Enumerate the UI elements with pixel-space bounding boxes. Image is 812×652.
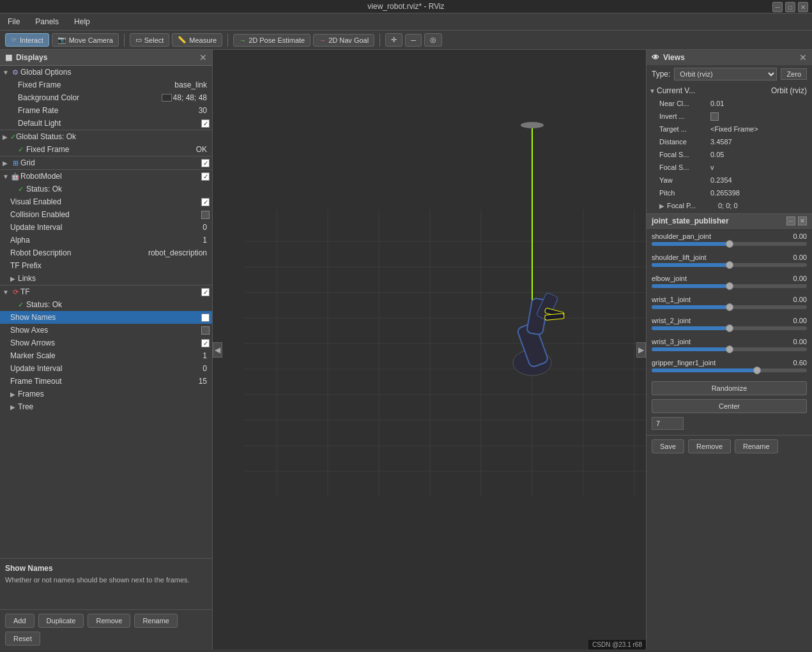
jsp-remove-button[interactable]: Remove	[688, 439, 731, 453]
tf-group[interactable]: ▼ ⟳ TF ✓	[0, 285, 212, 298]
shoulder-lift-joint-thumb[interactable]	[726, 261, 733, 269]
background-color-swatch[interactable]	[162, 94, 172, 102]
robot-desc-row[interactable]: Robot Description robot_description	[0, 246, 212, 259]
jsp-minimize-button[interactable]: ─	[786, 216, 795, 225]
wrist-2-joint-slider[interactable]	[652, 326, 807, 330]
default-light-checkbox[interactable]: ✓	[201, 119, 210, 128]
minus-button[interactable]: ─	[405, 34, 422, 47]
target-row[interactable]: Target ... <Fixed Frame>	[647, 123, 812, 135]
move-camera-button[interactable]: 📷 Move Camera	[52, 33, 119, 47]
focal-s1-label: Focal S...	[659, 151, 710, 158]
plus-button[interactable]: ✛	[385, 33, 402, 47]
reset-button[interactable]: Reset	[5, 632, 40, 646]
current-view-row[interactable]: ▼ Current V... Orbit (rviz)	[647, 84, 812, 97]
jsp-input[interactable]	[652, 417, 684, 430]
jsp-save-button[interactable]: Save	[652, 439, 684, 453]
visual-enabled-row[interactable]: Visual Enabled ✓	[0, 195, 212, 208]
elbow-joint-slider[interactable]	[652, 284, 807, 288]
views-close-button[interactable]: ✕	[799, 52, 807, 63]
viewport[interactable]: ◀ ▶ CSDN @23.1 r68	[213, 50, 646, 649]
invert-checkbox[interactable]	[710, 112, 719, 121]
pitch-row[interactable]: Pitch 0.265398	[647, 186, 812, 199]
rename-button[interactable]: Rename	[134, 614, 178, 628]
collision-enabled-row[interactable]: Collision Enabled	[0, 208, 212, 221]
maximize-button[interactable]: □	[785, 2, 795, 12]
shoulder-pan-joint-slider[interactable]	[652, 242, 807, 246]
alpha-row[interactable]: Alpha 1	[0, 234, 212, 246]
robotmodel-status-row[interactable]: ✓ Status: Ok	[0, 183, 212, 195]
select-button[interactable]: ▭ Select	[130, 33, 170, 47]
duplicate-button[interactable]: Duplicate	[38, 614, 84, 628]
jsp-rename-button[interactable]: Rename	[735, 439, 778, 453]
show-arrows-checkbox[interactable]: ✓	[201, 339, 210, 347]
rm-update-interval-row[interactable]: Update Interval 0	[0, 221, 212, 234]
show-names-checkbox[interactable]	[201, 314, 210, 322]
wrist-3-joint-thumb[interactable]	[726, 345, 733, 353]
tf-prefix-row[interactable]: TF Prefix	[0, 259, 212, 272]
shoulder-pan-joint-thumb[interactable]	[726, 240, 733, 248]
randomize-button[interactable]: Randomize	[652, 381, 807, 395]
tf-status-row[interactable]: ✓ Status: Ok	[0, 298, 212, 311]
remove-button[interactable]: Remove	[88, 614, 130, 628]
jsp-title: joint_state_publisher	[652, 216, 729, 225]
displays-close-button[interactable]: ✕	[199, 52, 207, 63]
focal-p-row[interactable]: ▶ Focal P... 0; 0; 0	[647, 199, 812, 212]
links-row[interactable]: ▶ Links	[0, 272, 212, 285]
pose-estimate-button[interactable]: → 2D Pose Estimate	[233, 34, 310, 47]
distance-row[interactable]: Distance 3.4587	[647, 135, 812, 148]
tf-checkbox[interactable]: ✓	[201, 288, 210, 296]
marker-scale-row[interactable]: Marker Scale 1	[0, 349, 212, 362]
focal-s2-row[interactable]: Focal S... v	[647, 161, 812, 174]
wrist-2-joint-thumb[interactable]	[726, 324, 733, 332]
interact-button[interactable]: ☞ Interact	[5, 33, 49, 47]
yaw-row[interactable]: Yaw 0.2354	[647, 174, 812, 186]
menu-panels[interactable]: Panels	[33, 16, 61, 27]
circle-button[interactable]: ◎	[424, 33, 442, 47]
global-status-group[interactable]: ▶ ✓ Global Status: Ok	[0, 130, 212, 143]
wrist-1-joint-slider[interactable]	[652, 305, 807, 309]
robotmodel-checkbox[interactable]: ✓	[201, 172, 210, 181]
right-collapse-arrow[interactable]: ▶	[636, 342, 646, 358]
grid-group[interactable]: ▶ ⊞ Grid ✓	[0, 156, 212, 169]
near-clip-row[interactable]: Near Cl... 0.01	[647, 97, 812, 110]
shoulder-lift-joint-slider[interactable]	[652, 263, 807, 267]
global-options-group[interactable]: ▼ ⚙ Global Options	[0, 66, 212, 79]
left-collapse-arrow[interactable]: ◀	[213, 342, 222, 358]
show-axes-checkbox[interactable]	[201, 326, 210, 335]
frame-timeout-row[interactable]: Frame Timeout 15	[0, 375, 212, 388]
menu-help[interactable]: Help	[72, 16, 93, 27]
gripper-finger1-joint-slider[interactable]	[652, 368, 807, 372]
show-names-row[interactable]: Show Names	[0, 311, 212, 324]
fixed-frame-row[interactable]: Fixed Frame base_link	[0, 79, 212, 91]
fixed-frame-status-row[interactable]: ✓ Fixed Frame OK	[0, 143, 212, 156]
center-button[interactable]: Center	[652, 399, 807, 413]
jsp-close-button[interactable]: ✕	[798, 216, 807, 225]
tree-row[interactable]: ▶ Tree	[0, 400, 212, 413]
collision-enabled-checkbox[interactable]	[201, 211, 210, 219]
background-color-row[interactable]: Background Color 48; 48; 48	[0, 91, 212, 104]
tf-update-interval-row[interactable]: Update Interval 0	[0, 362, 212, 375]
visual-enabled-checkbox[interactable]: ✓	[201, 198, 210, 206]
gripper-finger1-joint-thumb[interactable]	[753, 367, 761, 374]
add-button[interactable]: Add	[5, 614, 34, 628]
wrist-3-joint-slider[interactable]	[652, 347, 807, 351]
default-light-row[interactable]: Default Light ✓	[0, 117, 212, 130]
measure-button[interactable]: 📏 Measure	[172, 33, 222, 47]
minimize-button[interactable]: ─	[772, 2, 783, 12]
current-view-type: Orbit (rviz)	[771, 86, 812, 95]
invert-row[interactable]: Invert ...	[647, 110, 812, 123]
frame-rate-row[interactable]: Frame Rate 30	[0, 104, 212, 117]
views-zero-button[interactable]: Zero	[781, 68, 807, 80]
grid-checkbox[interactable]: ✓	[201, 159, 210, 167]
wrist-1-joint-thumb[interactable]	[726, 303, 733, 311]
show-arrows-row[interactable]: Show Arrows ✓	[0, 337, 212, 349]
show-axes-row[interactable]: Show Axes	[0, 324, 212, 337]
robotmodel-group[interactable]: ▼ 🤖 RobotModel ✓	[0, 170, 212, 183]
views-type-select[interactable]: Orbit (rviz)	[674, 68, 777, 80]
close-button[interactable]: ✕	[798, 2, 808, 12]
menu-file[interactable]: File	[5, 16, 22, 27]
frames-row[interactable]: ▶ Frames	[0, 388, 212, 400]
nav-goal-button[interactable]: → 2D Nav Goal	[313, 34, 374, 47]
focal-s1-row[interactable]: Focal S... 0.05	[647, 148, 812, 161]
elbow-joint-thumb[interactable]	[726, 282, 733, 290]
